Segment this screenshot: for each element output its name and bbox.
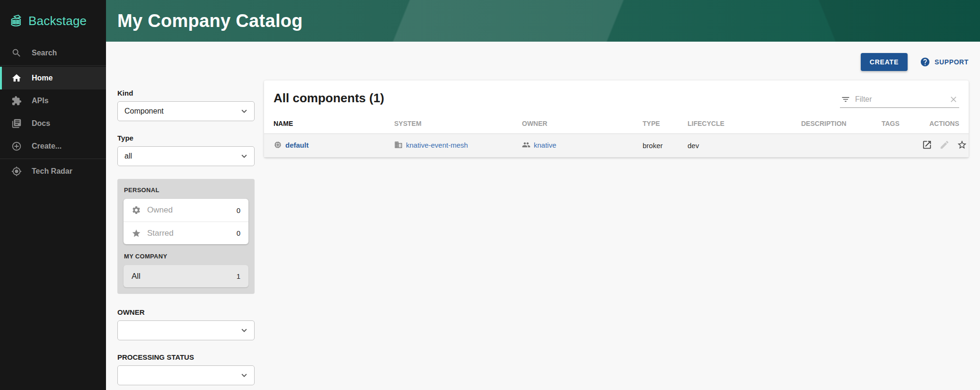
tags-cell: [872, 134, 912, 158]
sidebar-item-label: Docs: [32, 119, 50, 128]
chevron-down-icon: [239, 151, 249, 161]
backstage-logo-icon: [9, 14, 24, 28]
all-label: All: [132, 272, 141, 281]
chevron-down-icon: [239, 325, 249, 336]
content-area: CREATE SUPPORT Kind Component Type: [106, 42, 980, 390]
create-button[interactable]: CREATE: [861, 53, 908, 71]
edit-icon[interactable]: [939, 140, 950, 150]
clear-icon[interactable]: [949, 95, 958, 104]
owned-count: 0: [237, 206, 240, 214]
personal-section-title: PERSONAL: [124, 186, 248, 194]
star-border-icon[interactable]: [957, 140, 967, 150]
sidebar-divider: [0, 65, 106, 66]
kind-select[interactable]: Component: [117, 101, 255, 121]
table-filter-field[interactable]: [840, 93, 959, 108]
sidebar-item-label: Search: [32, 49, 57, 57]
type-label: Type: [117, 134, 255, 142]
owner-label: OWNER: [117, 308, 255, 316]
owned-filter-option[interactable]: Owned 0: [124, 199, 248, 222]
processing-status-label: PROCESSING STATUS: [117, 353, 255, 361]
main-area: My Company Catalog CREATE SUPPORT Kind C…: [106, 0, 980, 390]
components-table: NAME SYSTEM OWNER TYPE LIFECYCLE DESCRIP…: [264, 113, 969, 158]
page-title: My Company Catalog: [106, 0, 980, 42]
search-icon: [11, 48, 22, 58]
type-cell: broker: [633, 134, 678, 158]
description-cell: [792, 134, 872, 158]
column-header-owner[interactable]: OWNER: [512, 113, 633, 134]
starred-label: Starred: [147, 229, 174, 238]
sidebar-item-tech-radar[interactable]: Tech Radar: [0, 160, 106, 183]
backstage-logo[interactable]: Backstage: [0, 0, 106, 42]
puzzle-icon: [11, 96, 22, 106]
support-button[interactable]: SUPPORT: [920, 57, 969, 67]
sidebar-item-label: Home: [32, 74, 53, 82]
chevron-down-icon: [239, 106, 249, 116]
open-in-new-icon[interactable]: [922, 140, 932, 150]
table-header-row: NAME SYSTEM OWNER TYPE LIFECYCLE DESCRIP…: [264, 113, 969, 134]
entity-name: default: [285, 141, 309, 149]
table-title: All components (1): [274, 91, 384, 106]
ownership-filter-card: PERSONAL Owned 0 Starred 0 MY: [117, 179, 255, 294]
column-header-name[interactable]: NAME: [264, 113, 385, 134]
column-header-description[interactable]: DESCRIPTION: [792, 113, 872, 134]
support-label: SUPPORT: [935, 58, 969, 66]
owner-group-icon: [522, 141, 530, 149]
lifecycle-cell: dev: [678, 134, 792, 158]
owned-label: Owned: [147, 205, 173, 215]
all-count: 1: [237, 272, 240, 280]
system-name: knative-event-mesh: [406, 141, 468, 149]
kind-filter: Kind Component: [117, 89, 255, 121]
type-select[interactable]: all: [117, 146, 255, 166]
company-section-title: MY COMPANY: [124, 253, 248, 260]
sidebar-item-docs[interactable]: Docs: [0, 112, 106, 135]
star-icon: [132, 229, 141, 238]
component-icon: [274, 141, 282, 149]
sidebar-item-label: Create...: [32, 142, 62, 151]
kind-value: Component: [124, 107, 164, 115]
components-table-card: All components (1) NAME: [264, 80, 969, 158]
sidebar: Backstage Search Home APIs Docs Create..…: [0, 0, 106, 390]
system-icon: [394, 141, 403, 149]
processing-status-filter: PROCESSING STATUS: [117, 353, 255, 385]
actions-cell: [912, 134, 969, 158]
brand-name: Backstage: [28, 14, 87, 28]
sidebar-item-create[interactable]: Create...: [0, 135, 106, 158]
starred-filter-option[interactable]: Starred 0: [124, 222, 248, 244]
kind-label: Kind: [117, 89, 255, 97]
entity-name-link[interactable]: default: [274, 141, 309, 149]
home-icon: [11, 73, 22, 83]
column-header-system[interactable]: SYSTEM: [385, 113, 512, 134]
owner-filter: OWNER: [117, 308, 255, 340]
column-header-tags[interactable]: TAGS: [872, 113, 912, 134]
system-link[interactable]: knative-event-mesh: [394, 141, 468, 149]
sidebar-item-search[interactable]: Search: [0, 42, 106, 64]
type-value: all: [124, 152, 132, 160]
sidebar-item-home[interactable]: Home: [0, 67, 106, 89]
tech-radar-icon: [11, 166, 22, 177]
starred-count: 0: [237, 229, 240, 237]
page-header: My Company Catalog: [106, 0, 980, 42]
sidebar-item-apis[interactable]: APIs: [0, 89, 106, 112]
column-header-type[interactable]: TYPE: [633, 113, 678, 134]
owner-link[interactable]: knative: [522, 141, 556, 149]
sidebar-item-label: Tech Radar: [32, 167, 72, 176]
add-circle-icon: [11, 141, 22, 151]
owner-name: knative: [534, 141, 556, 149]
owner-select[interactable]: [117, 320, 255, 340]
filter-icon: [841, 95, 850, 104]
all-filter-option[interactable]: All 1: [124, 265, 248, 287]
processing-status-select[interactable]: [117, 365, 255, 385]
sidebar-item-label: APIs: [32, 97, 49, 105]
table-filter-input[interactable]: [855, 95, 944, 104]
column-header-lifecycle[interactable]: LIFECYCLE: [678, 113, 792, 134]
filter-panel: Kind Component Type all PERSONAL: [117, 80, 255, 390]
type-filter: Type all: [117, 134, 255, 166]
help-icon: [920, 57, 930, 67]
gear-icon: [132, 205, 141, 215]
chevron-down-icon: [239, 370, 249, 381]
personal-options: Owned 0 Starred 0: [124, 199, 248, 244]
table-row: default knative-event-mesh: [264, 134, 969, 158]
toolbar: CREATE SUPPORT: [117, 53, 969, 71]
docs-icon: [11, 118, 22, 129]
column-header-actions: ACTIONS: [912, 113, 969, 134]
